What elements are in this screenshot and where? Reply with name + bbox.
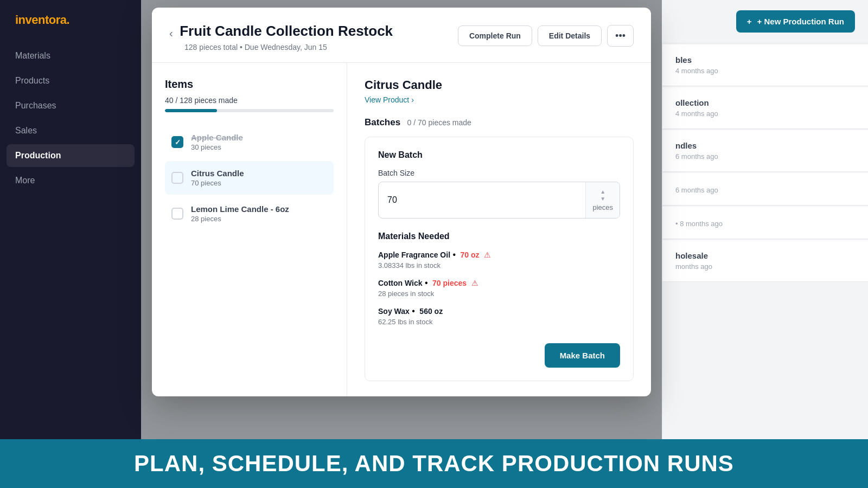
warning-icon-apple-fragrance-oil: ⚠ <box>484 251 491 259</box>
batch-size-input-wrap: ▲ ▼ pieces <box>378 182 620 219</box>
edit-details-button[interactable]: Edit Details <box>538 25 602 46</box>
items-panel: Items 40 / 128 pieces made Apple Candle … <box>152 63 347 396</box>
item-row-citrus-candle[interactable]: Citrus Candle 70 pieces <box>165 161 334 195</box>
material-amount-cotton-wick: 70 pieces <box>432 279 467 287</box>
sidebar-item-more[interactable]: More <box>7 169 135 192</box>
stepper-up-button[interactable]: ▲ <box>599 189 606 195</box>
item-checkbox-citrus-candle[interactable] <box>171 172 183 184</box>
progress-bar-fill <box>165 109 217 112</box>
list-item: holesale months ago <box>662 240 868 282</box>
material-row-cotton-wick: Cotton Wick • 70 pieces ⚠ 28 pieces in s… <box>378 278 620 298</box>
list-item: ollection 4 months ago <box>662 87 868 129</box>
sidebar-item-purchases[interactable]: Purchases <box>7 94 135 117</box>
list-item: bles 4 months ago <box>662 44 868 86</box>
back-button[interactable]: ‹ <box>169 27 173 40</box>
batches-label: Batches <box>365 117 400 127</box>
list-item: ndles 6 months ago <box>662 130 868 172</box>
list-item: 6 months ago <box>662 173 868 206</box>
material-stock-soy-wax: 62.25 lbs in stock <box>378 318 620 326</box>
item-name-lemon-lime-candle: Lemon Lime Candle - 6oz <box>191 204 289 214</box>
warning-icon-cotton-wick: ⚠ <box>471 279 478 287</box>
material-stock-cotton-wick: 28 pieces in stock <box>378 290 620 298</box>
view-product-link[interactable]: View Product › <box>365 95 634 104</box>
detail-panel: Citrus Candle View Product › Batches 0 /… <box>347 63 651 396</box>
batch-size-unit-label: pieces <box>592 203 613 211</box>
items-section-title: Items <box>165 78 334 91</box>
material-name-soy-wax: Soy Wax <box>378 307 410 316</box>
item-checkbox-lemon-lime-candle[interactable] <box>171 208 183 220</box>
sidebar-nav: Materials Products Purchases Sales Produ… <box>0 44 141 192</box>
material-name-cotton-wick: Cotton Wick <box>378 279 423 287</box>
stepper-down-button[interactable]: ▼ <box>599 196 606 202</box>
item-pieces-apple-candle: 30 pieces <box>191 143 243 151</box>
material-row-soy-wax: Soy Wax • 560 oz 62.25 lbs in stock <box>378 306 620 326</box>
item-row-apple-candle[interactable]: Apple Candle 30 pieces <box>165 125 334 159</box>
sidebar-item-production[interactable]: Production <box>7 144 135 167</box>
materials-title: Materials Needed <box>378 232 620 241</box>
new-batch-title: New Batch <box>378 150 620 160</box>
more-options-button[interactable]: ••• <box>607 25 634 47</box>
sidebar-item-materials[interactable]: Materials <box>7 44 135 67</box>
modal-title: Fruit Candle Collection Restock <box>180 23 393 39</box>
batches-sub: 0 / 70 pieces made <box>407 118 471 127</box>
item-name-citrus-candle: Citrus Candle <box>191 169 244 178</box>
material-stock-apple-fragrance-oil: 3.08334 lbs in stock <box>378 261 620 269</box>
progress-bar-track <box>165 109 334 112</box>
new-batch-card: New Batch Batch Size ▲ ▼ pieces Material… <box>365 137 634 381</box>
sidebar: inventora. Materials Products Purchases … <box>0 0 141 488</box>
complete-run-button[interactable]: Complete Run <box>458 25 532 46</box>
make-batch-button[interactable]: Make Batch <box>545 343 620 368</box>
banner-text: PLAN, SCHEDULE, AND TRACK PRODUCTION RUN… <box>134 451 734 477</box>
bottom-banner: PLAN, SCHEDULE, AND TRACK PRODUCTION RUN… <box>0 439 868 488</box>
material-amount-soy-wax: 560 oz <box>419 307 443 316</box>
item-row-lemon-lime-candle[interactable]: Lemon Lime Candle - 6oz 28 pieces <box>165 197 334 230</box>
item-name-apple-candle: Apple Candle <box>191 133 243 142</box>
background-list-panel: + + New Production Run bles 4 months ago… <box>662 0 868 488</box>
batch-size-label: Batch Size <box>378 169 620 177</box>
modal-subtitle: 128 pieces total • Due Wednesday, Jun 15 <box>169 43 393 52</box>
modal-overlay: ‹ Fruit Candle Collection Restock 128 pi… <box>141 0 662 488</box>
batch-size-input[interactable] <box>379 189 585 211</box>
modal-header: ‹ Fruit Candle Collection Restock 128 pi… <box>152 8 651 63</box>
new-production-button[interactable]: + + New Production Run <box>736 10 855 33</box>
app-logo: inventora. <box>0 13 141 44</box>
material-amount-apple-fragrance-oil: 70 oz <box>461 251 480 259</box>
item-pieces-lemon-lime-candle: 28 pieces <box>191 215 289 223</box>
sidebar-item-products[interactable]: Products <box>7 69 135 92</box>
items-progress-label: 40 / 128 pieces made <box>165 96 334 105</box>
item-pieces-citrus-candle: 70 pieces <box>191 179 244 187</box>
product-title: Citrus Candle <box>365 78 634 92</box>
material-name-apple-fragrance-oil: Apple Fragrance Oil <box>378 251 450 259</box>
sidebar-item-sales[interactable]: Sales <box>7 119 135 142</box>
production-run-modal: ‹ Fruit Candle Collection Restock 128 pi… <box>152 8 651 396</box>
modal-body: Items 40 / 128 pieces made Apple Candle … <box>152 63 651 396</box>
list-item: • 8 months ago <box>662 207 868 239</box>
material-row-apple-fragrance-oil: Apple Fragrance Oil • 70 oz ⚠ 3.08334 lb… <box>378 250 620 269</box>
topbar: + + New Production Run <box>662 0 868 43</box>
item-checkbox-apple-candle[interactable] <box>171 136 183 148</box>
